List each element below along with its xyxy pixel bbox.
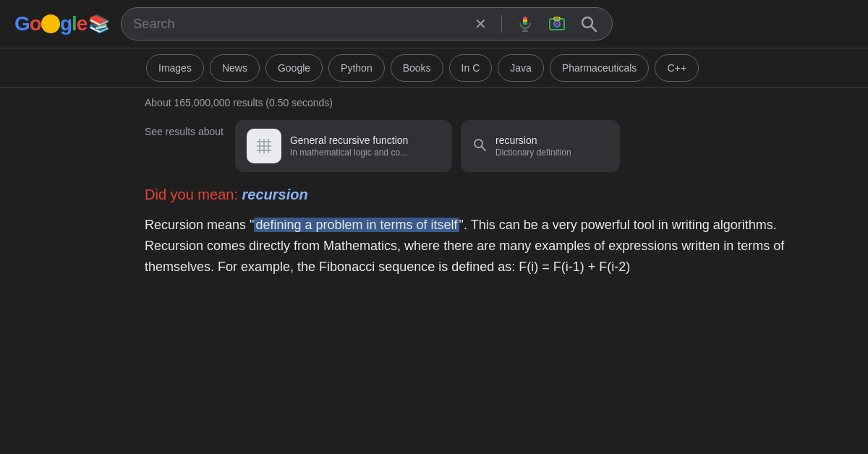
dict-search-icon [472,137,487,155]
card-subtitle-recursive: In mathematical logic and co... [290,147,408,158]
logo-letter-l: l [72,12,77,35]
see-results-label: See results about [145,120,224,137]
function-grid-svg [252,134,276,158]
result-cards: General recursive function In mathematic… [235,120,620,172]
dict-text: recursion Dictionary definition [495,134,571,158]
svg-line-8 [44,28,46,30]
clear-button[interactable]: ✕ [472,12,490,35]
search-icon-group: ✕ [472,12,600,35]
svg-rect-10 [523,17,527,20]
dict-word: recursion [495,134,571,146]
svg-line-6 [55,28,57,30]
voice-search-button[interactable] [514,12,537,35]
main-content: About 165,000,000 results (0.50 seconds)… [0,88,868,277]
tab-java[interactable]: Java [498,54,544,82]
recursive-function-icon [247,129,281,163]
mic-icon [516,15,534,33]
dict-definition: Dictionary definition [495,147,571,158]
svg-line-5 [44,17,46,20]
recursion-description: Recursion means "defining a problem in t… [145,215,796,277]
tab-google[interactable]: Google [265,54,323,82]
did-you-mean-link[interactable]: recursion [242,187,308,202]
tab-pharmaceuticals[interactable]: Pharmaceuticals [550,54,650,82]
logo-letter-g2: g [60,12,72,35]
svg-rect-11 [523,20,527,22]
highlighted-phrase: defining a problem in terms of itself [254,218,459,232]
tab-books[interactable]: Books [391,54,443,82]
logo-book-emoji: 📚 [88,14,109,34]
clear-icon: ✕ [475,15,487,33]
logo-letter-g: G [14,12,30,35]
tab-cpp[interactable]: C++ [655,54,698,82]
logo-letter-o1: o [30,12,41,35]
svg-line-20 [592,27,597,32]
tab-news[interactable]: News [210,54,260,82]
search-button[interactable] [577,12,600,35]
tab-images[interactable]: Images [146,54,204,82]
results-count: About 165,000,000 results (0.50 seconds) [145,97,854,108]
result-card-recursive-function[interactable]: General recursive function In mathematic… [235,120,452,172]
result-card-dictionary[interactable]: recursion Dictionary definition [461,120,620,172]
nav-tabs: Images News Google Python Books In C Jav… [0,48,868,88]
header: Go gle 📚 recursion ✕ [0,0,868,48]
search-input[interactable]: recursion [133,17,472,32]
svg-point-17 [556,23,558,25]
svg-line-29 [481,146,485,150]
recursive-function-text: General recursive function In mathematic… [290,134,408,158]
tab-python[interactable]: Python [328,54,385,82]
search-glass-icon [580,15,597,33]
logo-sun-icon [41,14,60,33]
dict-search-svg [472,137,487,152]
svg-line-7 [55,17,57,20]
sun-svg [41,14,60,33]
svg-rect-12 [523,22,527,25]
lens-button[interactable] [545,12,569,35]
svg-point-0 [46,19,56,29]
see-results-row: See results about Ge [145,120,854,172]
icon-divider [501,15,502,33]
did-you-mean: Did you mean: recursion [145,187,854,203]
search-box[interactable]: recursion ✕ [121,7,613,40]
did-you-mean-label: Did you mean: [145,187,238,202]
logo-letter-e: e [77,12,88,35]
tab-in-c[interactable]: In C [449,54,493,82]
google-logo[interactable]: Go gle 📚 [14,12,109,35]
camera-icon [548,15,566,33]
card-title-recursive: General recursive function [290,134,408,146]
